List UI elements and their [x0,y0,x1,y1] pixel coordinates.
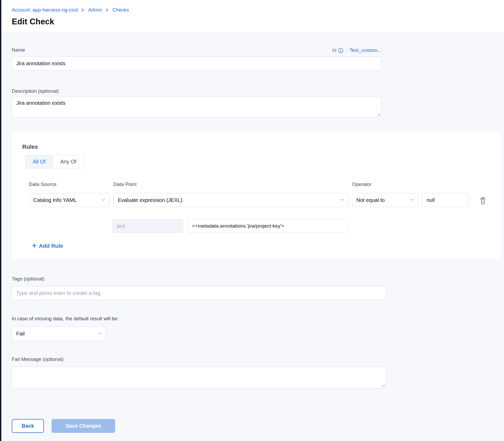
add-rule-label: Add Rule [39,243,63,249]
all-of-button[interactable]: All Of [25,155,53,168]
data-point-value: Evaluate expression (JEXL) [118,197,182,203]
sidebar-edge [0,0,1,441]
edit-check-form: Name Id : Test_custom... Description (op… [0,47,504,433]
chevron-down-icon [97,331,102,337]
info-icon[interactable] [338,48,343,53]
data-point-label: Data Point [113,181,348,188]
add-rule-button[interactable]: + Add Rule [32,243,63,249]
trash-icon [479,201,486,205]
data-source-select[interactable]: Catalog Info YAML [29,193,109,207]
tags-input[interactable] [12,286,386,300]
chevron-down-icon [340,197,344,203]
description-textarea[interactable]: Jira annotation exists [12,96,382,118]
name-input[interactable] [12,57,382,70]
name-id-row: Name Id : Test_custom... [12,47,382,53]
id-label: Id [332,47,336,53]
breadcrumb: Account: app-harness-ng-cicd Admin Check… [12,7,504,13]
any-of-button[interactable]: Any Of [53,155,84,168]
default-result-select[interactable]: Fail [12,327,106,341]
check-id: Id : Test_custom... [332,47,382,53]
page-header: Account: app-harness-ng-cicd Admin Check… [0,0,504,33]
data-source-value: Catalog Info YAML [33,197,77,203]
id-value-link[interactable]: Test_custom... [350,47,382,53]
back-button[interactable]: Back [12,419,44,433]
operator-select[interactable]: Not equal to [352,193,419,207]
expression-input[interactable] [188,219,348,233]
rules-heading: Rules [22,144,502,150]
data-source-label: Data Source [29,181,109,188]
chevron-down-icon [101,197,105,203]
save-changes-button[interactable]: Save Changes [52,419,115,433]
chevron-right-icon [81,8,84,12]
id-separator: : [346,47,348,53]
breadcrumb-admin-link[interactable]: Admin [88,7,102,13]
delete-rule-button[interactable] [479,196,486,204]
plus-icon: + [32,242,36,249]
description-field: Jira annotation exists [12,96,382,118]
default-result-value: Fail [16,331,25,337]
chevron-down-icon [410,197,415,203]
description-label: Description (optional) [12,88,504,94]
fail-message-field [12,367,386,388]
breadcrumb-checks-link[interactable]: Checks [112,7,129,13]
fail-message-label: Fail Message (optional) [12,356,504,362]
tags-label: Tags (optional) [12,276,504,282]
rule-mode-toggle: All Of Any Of [25,155,84,168]
rule-row: Data Source Data Point Operator Catalog … [29,181,502,233]
name-label: Name [12,47,25,53]
breadcrumb-account-link[interactable]: Account: app-harness-ng-cicd [12,7,78,13]
operator-label: Operator [352,181,419,188]
missing-data-label: In case of missing data, the default res… [12,316,504,322]
footer-actions: Back Save Changes [12,419,504,433]
expression-row [113,219,502,233]
operator-value: Not equal to [356,197,385,203]
jexl-input[interactable] [113,219,183,233]
data-point-select[interactable]: Evaluate expression (JEXL) [113,193,348,207]
page-title: Edit Check [12,17,504,26]
rules-card: Rules All Of Any Of Data Source Data Poi… [12,133,502,260]
comparison-value-input[interactable] [422,193,469,207]
chevron-right-icon [106,8,109,12]
fail-message-textarea[interactable] [12,367,386,388]
